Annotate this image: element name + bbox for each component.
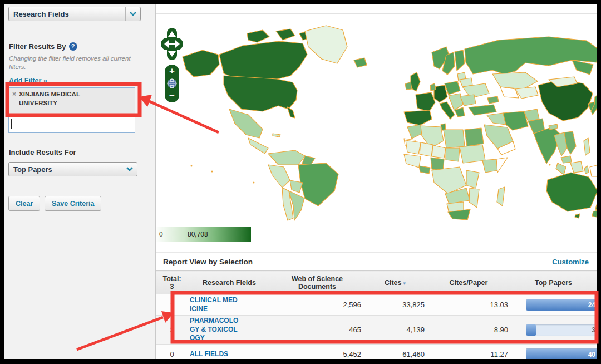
remove-filter-icon[interactable]: × — [12, 90, 16, 99]
country-spain-portugal — [404, 110, 432, 125]
chevron-down-icon — [122, 163, 137, 176]
field-cell: CLINICAL MEDICINE — [188, 294, 271, 316]
filter-note: Changing the filter field removes all cu… — [9, 55, 138, 71]
top-papers-cell: 40 — [510, 345, 597, 360]
cites-per-paper-cell: 13.03 — [427, 294, 510, 316]
col-wos-documents: Web of Science Documents — [271, 271, 363, 294]
include-results-heading: Include Results For — [9, 148, 76, 156]
country-kenya-tanzania — [466, 170, 479, 188]
field-link[interactable]: CLINICAL MEDICINE — [190, 296, 239, 313]
clear-button[interactable]: Clear — [8, 196, 40, 211]
west-africa — [404, 154, 421, 168]
countries[interactable] — [183, 26, 597, 220]
country-alaska — [183, 50, 219, 77]
sidebar: Research Fields Filter Results By ? Chan… — [4, 4, 156, 359]
globe-icon[interactable] — [167, 78, 177, 88]
country-ghana-ivory — [419, 166, 430, 174]
filter-box: × XINJIANG MEDICAL UNIVERSITY — [8, 87, 135, 133]
country-uk — [411, 72, 420, 91]
help-icon[interactable]: ? — [69, 42, 77, 51]
text-caret — [11, 119, 12, 129]
customize-link[interactable]: Customize — [552, 253, 589, 271]
legend-min-label: 0 — [159, 230, 163, 238]
table-header-row: Total: 3 Research Fields Web of Science … — [156, 271, 597, 294]
report-header: Report View by Selection Customize — [156, 252, 597, 271]
filter-input[interactable] — [9, 115, 135, 132]
country-borneo — [570, 161, 583, 173]
arctic-islands — [247, 29, 311, 42]
country-kazakhstan — [492, 72, 538, 89]
pacific-island-dot — [211, 171, 213, 173]
table-row: 1 CLINICAL MEDICINE 2,596 33,825 13.03 2… — [156, 294, 597, 316]
cites-cell: 4,139 — [363, 316, 427, 345]
country-france — [416, 92, 435, 112]
map-pan-control[interactable] — [161, 28, 183, 60]
country-iceland — [354, 58, 367, 67]
top-papers-dropdown[interactable]: Top Papers — [8, 162, 137, 176]
field-cell: PHARMACOLOGY & TOXICOLOGY — [188, 316, 271, 345]
country-greenland — [305, 26, 347, 63]
country-ireland — [405, 82, 412, 90]
country-peru — [268, 165, 290, 188]
sri-lanka-dot — [549, 164, 551, 166]
country-bolivia — [290, 180, 303, 193]
col-research-fields: Research Fields — [188, 271, 271, 294]
zoom-in-button[interactable]: + — [169, 67, 175, 75]
app-screen: Research Fields Filter Results By ? Chan… — [4, 4, 597, 359]
country-tunisia — [441, 124, 446, 130]
cites-cell: 33,825 — [363, 294, 427, 316]
country-chad — [446, 148, 460, 161]
rank-cell: 0 — [156, 345, 188, 360]
caribbean — [273, 134, 280, 137]
top-papers-bar: 3 — [526, 324, 597, 336]
country-tasmania — [575, 214, 580, 218]
filter-tag-label: XINJIANG MEDICAL UNIVERSITY — [19, 90, 97, 107]
col-cites-per-paper: Cites/Paper — [427, 271, 510, 294]
save-criteria-button[interactable]: Save Criteria — [45, 196, 101, 211]
bar-value: 40 — [588, 351, 595, 358]
cites-per-paper-cell: 8.90 — [427, 316, 510, 345]
top-papers-cell: 24 — [510, 294, 597, 316]
pacific-island-dot — [253, 182, 255, 184]
country-nepal — [549, 124, 558, 130]
field-link[interactable]: ALL FIELDS — [190, 350, 239, 359]
screenshot-frame: Research Fields Filter Results By ? Chan… — [0, 0, 601, 364]
zoom-out-button[interactable]: − — [169, 92, 175, 100]
country-iraq-syria — [487, 113, 506, 125]
lowlands — [430, 83, 436, 91]
filter-results-heading: Filter Results By ? — [9, 42, 77, 51]
country-vietnam — [564, 131, 576, 154]
sidebar-divider — [4, 28, 156, 28]
country-madagascar — [497, 187, 505, 206]
country-usa-florida — [287, 107, 295, 118]
country-germany — [434, 85, 447, 102]
top-papers-cell: 3 — [510, 316, 597, 345]
central-asia — [515, 87, 538, 99]
country-australia — [546, 173, 597, 211]
world-map[interactable] — [159, 22, 597, 223]
country-ethiopia — [482, 159, 498, 173]
research-fields-dropdown[interactable]: Research Fields — [8, 7, 141, 21]
new-guinea — [590, 165, 597, 176]
col-cites-sort[interactable]: Cites▾ — [363, 271, 427, 294]
docs-cell: 2,596 — [271, 294, 363, 316]
report-title: Report View by Selection — [163, 253, 253, 271]
legend-max-label: 80,708 — [188, 230, 208, 238]
field-cell: ALL FIELDS — [188, 345, 271, 360]
table-row: 2 PHARMACOLOGY & TOXICOLOGY 465 4,139 8.… — [156, 316, 597, 345]
map-zoom-control: + − — [165, 65, 179, 102]
country-philippines — [584, 138, 590, 155]
field-link[interactable]: PHARMACOLOGY & TOXICOLOGY — [190, 317, 239, 343]
country-usa — [224, 76, 297, 111]
add-filter-link[interactable]: Add Filter » — [9, 77, 47, 85]
filter-tag[interactable]: × XINJIANG MEDICAL UNIVERSITY — [9, 88, 135, 115]
caucasus — [487, 96, 499, 104]
rank-cell: 1 — [156, 294, 188, 316]
rank-cell: 2 — [156, 316, 188, 345]
table-row: 0 ALL FIELDS 5,452 61,460 11.27 40 — [156, 345, 597, 360]
country-malaysia — [561, 156, 572, 163]
country-finland — [455, 50, 465, 71]
docs-cell: 5,452 — [271, 345, 363, 360]
country-canada — [219, 41, 307, 81]
chevron-down-icon — [125, 7, 140, 21]
